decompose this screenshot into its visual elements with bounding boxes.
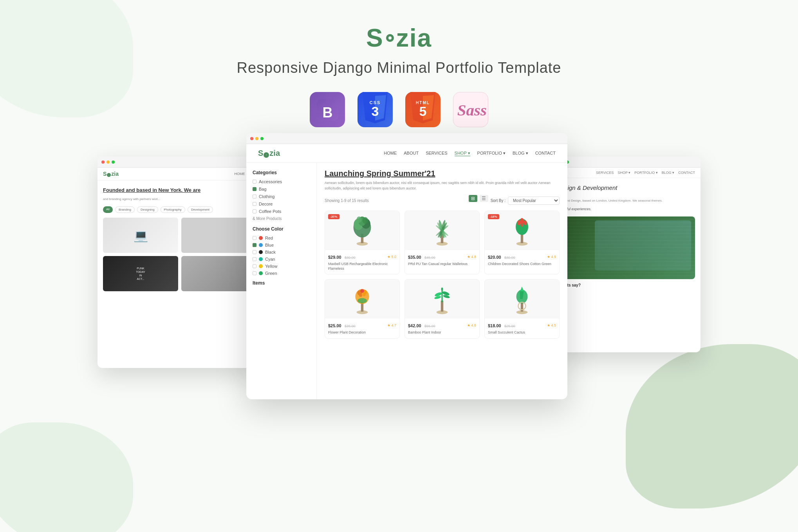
rating-3: ★ 4.9 [547, 255, 556, 259]
product-card-6: $18.00 $25.00 ★ 4.5 Small Succulent Cact… [484, 279, 560, 339]
nav-home[interactable]: HOME [384, 151, 397, 156]
shop-header: Launching Spring Summer'21 Aenean sollic… [325, 169, 560, 191]
list-view-btn[interactable]: ☰ [480, 195, 488, 202]
right-nav-blog[interactable]: BLOG ▾ [662, 171, 675, 175]
product-name-6: Small Succulent Cactus [488, 330, 556, 335]
right-nav-portfolio[interactable]: PORTFOLIO ▾ [634, 171, 657, 175]
right-nav-shop[interactable]: SHOP ▾ [617, 171, 630, 175]
price-row-2: $35.00 $45.00 ★ 4.8 [408, 253, 476, 260]
grid-view-btn[interactable]: ⊞ [469, 195, 477, 202]
blue-dot [259, 243, 263, 247]
price-row-6: $18.00 $25.00 ★ 4.5 [488, 322, 556, 329]
rating-5: ★ 4.6 [467, 323, 476, 327]
nav-portfolio[interactable]: PORTFOLIO ▾ [477, 151, 506, 156]
punk-img: PUNKTODAYINACT... [103, 256, 178, 291]
color-title: Choose Color [253, 226, 310, 232]
right-nav-contact[interactable]: CONTACT [678, 171, 695, 175]
bootstrap-icon: B [310, 92, 345, 127]
color-checkbox-blue[interactable] [253, 243, 256, 247]
product-img-2 [405, 211, 479, 250]
gallery-grid: 💻 PUNKTODAYINACT... [103, 218, 256, 291]
price-row-1: $29.00 $30.00 ★ 5.0 [328, 253, 396, 260]
color-checkbox-red[interactable] [253, 236, 256, 240]
nav-about[interactable]: ABOUT [404, 151, 419, 156]
shop-desc: Aenean sollicitudin, lorem quis bibendum… [325, 180, 560, 191]
sort-label: Sort By : [491, 198, 506, 203]
filter-tab-all[interactable]: All [103, 206, 113, 213]
right-hero-quote: beautiful experiences. [557, 207, 695, 211]
svg-point-42 [357, 298, 367, 303]
yellow-dot [259, 264, 263, 268]
right-hero: Design & Development ...any. ages and De… [552, 178, 701, 294]
testimonial-label: ...lients say? [557, 283, 695, 287]
rating-2: ★ 4.8 [467, 255, 476, 259]
browser-chrome-left [97, 157, 262, 168]
price-old-5: $55.00 [424, 324, 435, 328]
cat-checkbox-coffee-pots[interactable] [253, 209, 256, 213]
shop-title: Launching Spring Summer'21 [325, 169, 560, 178]
filter-tab-designing[interactable]: Designing [137, 206, 158, 213]
filter-tabs: All Branding Designing Photography Devel… [103, 206, 256, 213]
price-old-3: $30.00 [504, 256, 515, 260]
mockup-main: S·zia HOME ABOUT SERVICES SHOP ▾ PORTFOL… [246, 133, 567, 399]
color-cyan: Cyan [253, 257, 310, 261]
view-toggle: ⊞ ☰ [469, 195, 488, 202]
right-nav-services[interactable]: SERVICES [596, 171, 614, 175]
products-grid: -20% [325, 211, 560, 339]
left-hero-title: Founded and based in New York. We are [103, 187, 256, 194]
color-yellow: Yellow [253, 264, 310, 269]
filter-tab-photography[interactable]: Photography [161, 206, 185, 213]
nav-blog[interactable]: BLOG ▾ [513, 151, 528, 156]
svg-rect-44 [441, 301, 443, 312]
filter-tab-development[interactable]: Development [188, 206, 213, 213]
svg-rect-28 [521, 234, 523, 243]
gallery-item-3: PUNKTODAYINACT... [103, 256, 178, 291]
product-card-1: -20% [325, 211, 400, 274]
sidebar: Categories Accessories Bag Clothing Deco… [246, 163, 317, 399]
categories-title: Categories [253, 170, 310, 175]
color-blue: Blue [253, 243, 310, 247]
product-info-3: $20.00 $30.00 ★ 4.9 Children Decorated S… [485, 250, 559, 270]
color-checkbox-yellow[interactable] [253, 264, 256, 268]
price-current-5: $42.00 [408, 323, 421, 328]
gallery-item-1: 💻 [103, 218, 178, 253]
logo-text-zia: zia [396, 23, 432, 52]
filter-tab-branding[interactable]: Branding [115, 206, 135, 213]
rating-1: ★ 5.0 [387, 255, 396, 259]
page-subtitle: Responsive Django Minimal Portfolio Temp… [0, 60, 798, 76]
left-hero-desc: and branding agency with partners worl..… [103, 197, 256, 202]
cat-checkbox-decore[interactable] [253, 202, 256, 206]
cyan-dot [259, 257, 263, 261]
color-checkbox-green[interactable] [253, 271, 256, 275]
sort-area: ⊞ ☰ Sort By : Most Popular Price: Low to… [469, 195, 560, 206]
showing-text: Showing 1-9 of 15 results [325, 198, 369, 203]
cat-checkbox-clothing[interactable] [253, 195, 256, 198]
svg-text:B: B [322, 104, 332, 120]
main-navbar: S·zia HOME ABOUT SERVICES SHOP ▾ PORTFOL… [246, 144, 567, 163]
color-checkbox-black[interactable] [253, 250, 256, 254]
cat-checkbox-bag[interactable] [253, 187, 256, 191]
product-info-2: $35.00 $45.00 ★ 4.8 PRd PU Tan Casual re… [405, 250, 479, 270]
svg-text:5: 5 [419, 104, 427, 119]
chrome-maximize-main [260, 137, 264, 140]
logo-dot-icon [386, 34, 394, 42]
sort-select[interactable]: Most Popular Price: Low to High Price: H… [508, 197, 560, 205]
price-old-1: $30.00 [345, 256, 356, 260]
nav-services[interactable]: SERVICES [426, 151, 447, 156]
price-row-5: $42.00 $55.00 ★ 4.6 [408, 322, 476, 329]
cat-checkbox-accessories[interactable] [253, 180, 256, 184]
bg-blob-bottom-left [0, 422, 133, 532]
more-products-link[interactable]: & More Products [253, 216, 310, 221]
color-checkbox-cyan[interactable] [253, 257, 256, 261]
right-hero-img [557, 216, 695, 279]
product-card-2: $35.00 $45.00 ★ 4.8 PRd PU Tan Casual re… [404, 211, 480, 274]
product-card-4: $25.00 $35.00 ★ 4.7 Flower Plant Decorat… [325, 279, 400, 339]
nav-contact[interactable]: CONTACT [535, 151, 556, 156]
nav-logo: S·zia [258, 149, 280, 158]
product-img-6 [485, 280, 559, 319]
product-img-4 [325, 280, 399, 319]
svg-text:3: 3 [372, 104, 379, 119]
svg-rect-45 [441, 290, 442, 302]
nav-shop[interactable]: SHOP ▾ [455, 151, 470, 156]
product-info-4: $25.00 $35.00 ★ 4.7 Flower Plant Decorat… [325, 319, 399, 338]
